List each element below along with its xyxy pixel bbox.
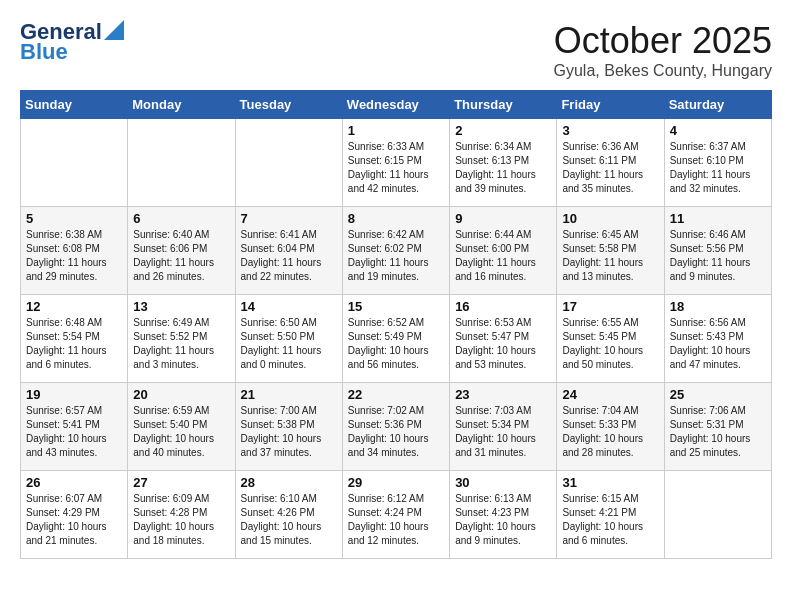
day-number: 19 [26,387,122,402]
day-number: 23 [455,387,551,402]
day-detail: Sunrise: 6:57 AMSunset: 5:41 PMDaylight:… [26,404,122,460]
day-number: 4 [670,123,766,138]
day-detail: Sunrise: 6:52 AMSunset: 5:49 PMDaylight:… [348,316,444,372]
calendar-cell: 27Sunrise: 6:09 AMSunset: 4:28 PMDayligh… [128,471,235,559]
day-number: 8 [348,211,444,226]
calendar-week-row: 1Sunrise: 6:33 AMSunset: 6:15 PMDaylight… [21,119,772,207]
calendar-cell: 11Sunrise: 6:46 AMSunset: 5:56 PMDayligh… [664,207,771,295]
day-detail: Sunrise: 6:46 AMSunset: 5:56 PMDaylight:… [670,228,766,284]
day-detail: Sunrise: 7:02 AMSunset: 5:36 PMDaylight:… [348,404,444,460]
calendar-subtitle: Gyula, Bekes County, Hungary [554,62,772,80]
day-number: 20 [133,387,229,402]
calendar-cell: 22Sunrise: 7:02 AMSunset: 5:36 PMDayligh… [342,383,449,471]
weekday-header-monday: Monday [128,91,235,119]
day-number: 9 [455,211,551,226]
day-number: 28 [241,475,337,490]
calendar-cell: 1Sunrise: 6:33 AMSunset: 6:15 PMDaylight… [342,119,449,207]
weekday-header-wednesday: Wednesday [342,91,449,119]
calendar-body: 1Sunrise: 6:33 AMSunset: 6:15 PMDaylight… [21,119,772,559]
day-number: 14 [241,299,337,314]
day-detail: Sunrise: 6:49 AMSunset: 5:52 PMDaylight:… [133,316,229,372]
day-detail: Sunrise: 6:40 AMSunset: 6:06 PMDaylight:… [133,228,229,284]
calendar-cell: 25Sunrise: 7:06 AMSunset: 5:31 PMDayligh… [664,383,771,471]
day-detail: Sunrise: 6:41 AMSunset: 6:04 PMDaylight:… [241,228,337,284]
title-block: October 2025 Gyula, Bekes County, Hungar… [554,20,772,80]
svg-marker-0 [104,20,124,40]
day-detail: Sunrise: 6:37 AMSunset: 6:10 PMDaylight:… [670,140,766,196]
calendar-week-row: 5Sunrise: 6:38 AMSunset: 6:08 PMDaylight… [21,207,772,295]
day-number: 27 [133,475,229,490]
calendar-cell [21,119,128,207]
logo-icon [104,20,124,40]
day-number: 3 [562,123,658,138]
day-number: 29 [348,475,444,490]
calendar-cell: 31Sunrise: 6:15 AMSunset: 4:21 PMDayligh… [557,471,664,559]
calendar-cell: 29Sunrise: 6:12 AMSunset: 4:24 PMDayligh… [342,471,449,559]
day-detail: Sunrise: 6:56 AMSunset: 5:43 PMDaylight:… [670,316,766,372]
day-detail: Sunrise: 6:15 AMSunset: 4:21 PMDaylight:… [562,492,658,548]
day-number: 26 [26,475,122,490]
day-detail: Sunrise: 6:50 AMSunset: 5:50 PMDaylight:… [241,316,337,372]
day-number: 1 [348,123,444,138]
weekday-header-friday: Friday [557,91,664,119]
day-detail: Sunrise: 6:59 AMSunset: 5:40 PMDaylight:… [133,404,229,460]
calendar-cell: 14Sunrise: 6:50 AMSunset: 5:50 PMDayligh… [235,295,342,383]
calendar-week-row: 12Sunrise: 6:48 AMSunset: 5:54 PMDayligh… [21,295,772,383]
calendar-cell: 30Sunrise: 6:13 AMSunset: 4:23 PMDayligh… [450,471,557,559]
calendar-cell: 5Sunrise: 6:38 AMSunset: 6:08 PMDaylight… [21,207,128,295]
day-detail: Sunrise: 6:38 AMSunset: 6:08 PMDaylight:… [26,228,122,284]
day-detail: Sunrise: 7:04 AMSunset: 5:33 PMDaylight:… [562,404,658,460]
calendar-table: SundayMondayTuesdayWednesdayThursdayFrid… [20,90,772,559]
day-detail: Sunrise: 7:03 AMSunset: 5:34 PMDaylight:… [455,404,551,460]
calendar-cell: 2Sunrise: 6:34 AMSunset: 6:13 PMDaylight… [450,119,557,207]
day-number: 31 [562,475,658,490]
calendar-cell: 3Sunrise: 6:36 AMSunset: 6:11 PMDaylight… [557,119,664,207]
weekday-header-tuesday: Tuesday [235,91,342,119]
day-detail: Sunrise: 6:33 AMSunset: 6:15 PMDaylight:… [348,140,444,196]
calendar-cell: 28Sunrise: 6:10 AMSunset: 4:26 PMDayligh… [235,471,342,559]
weekday-header-sunday: Sunday [21,91,128,119]
day-number: 12 [26,299,122,314]
day-number: 10 [562,211,658,226]
calendar-cell: 8Sunrise: 6:42 AMSunset: 6:02 PMDaylight… [342,207,449,295]
day-number: 17 [562,299,658,314]
calendar-cell: 6Sunrise: 6:40 AMSunset: 6:06 PMDaylight… [128,207,235,295]
day-detail: Sunrise: 6:53 AMSunset: 5:47 PMDaylight:… [455,316,551,372]
day-detail: Sunrise: 6:10 AMSunset: 4:26 PMDaylight:… [241,492,337,548]
calendar-cell: 17Sunrise: 6:55 AMSunset: 5:45 PMDayligh… [557,295,664,383]
calendar-cell: 7Sunrise: 6:41 AMSunset: 6:04 PMDaylight… [235,207,342,295]
day-detail: Sunrise: 6:42 AMSunset: 6:02 PMDaylight:… [348,228,444,284]
logo-blue: Blue [20,40,68,64]
day-number: 18 [670,299,766,314]
calendar-cell [128,119,235,207]
day-detail: Sunrise: 7:06 AMSunset: 5:31 PMDaylight:… [670,404,766,460]
day-number: 5 [26,211,122,226]
calendar-cell: 18Sunrise: 6:56 AMSunset: 5:43 PMDayligh… [664,295,771,383]
day-detail: Sunrise: 6:12 AMSunset: 4:24 PMDaylight:… [348,492,444,548]
calendar-cell: 15Sunrise: 6:52 AMSunset: 5:49 PMDayligh… [342,295,449,383]
day-detail: Sunrise: 6:13 AMSunset: 4:23 PMDaylight:… [455,492,551,548]
day-detail: Sunrise: 6:36 AMSunset: 6:11 PMDaylight:… [562,140,658,196]
calendar-cell: 13Sunrise: 6:49 AMSunset: 5:52 PMDayligh… [128,295,235,383]
calendar-cell: 10Sunrise: 6:45 AMSunset: 5:58 PMDayligh… [557,207,664,295]
calendar-cell: 21Sunrise: 7:00 AMSunset: 5:38 PMDayligh… [235,383,342,471]
day-detail: Sunrise: 6:55 AMSunset: 5:45 PMDaylight:… [562,316,658,372]
page-header: General Blue October 2025 Gyula, Bekes C… [20,20,772,80]
weekday-header-row: SundayMondayTuesdayWednesdayThursdayFrid… [21,91,772,119]
day-number: 25 [670,387,766,402]
calendar-cell: 23Sunrise: 7:03 AMSunset: 5:34 PMDayligh… [450,383,557,471]
calendar-cell: 20Sunrise: 6:59 AMSunset: 5:40 PMDayligh… [128,383,235,471]
day-number: 21 [241,387,337,402]
day-number: 2 [455,123,551,138]
calendar-cell [235,119,342,207]
day-detail: Sunrise: 6:45 AMSunset: 5:58 PMDaylight:… [562,228,658,284]
calendar-week-row: 26Sunrise: 6:07 AMSunset: 4:29 PMDayligh… [21,471,772,559]
day-detail: Sunrise: 6:44 AMSunset: 6:00 PMDaylight:… [455,228,551,284]
day-number: 22 [348,387,444,402]
weekday-header-saturday: Saturday [664,91,771,119]
calendar-cell: 12Sunrise: 6:48 AMSunset: 5:54 PMDayligh… [21,295,128,383]
day-number: 30 [455,475,551,490]
calendar-cell: 16Sunrise: 6:53 AMSunset: 5:47 PMDayligh… [450,295,557,383]
calendar-header: SundayMondayTuesdayWednesdayThursdayFrid… [21,91,772,119]
calendar-cell: 26Sunrise: 6:07 AMSunset: 4:29 PMDayligh… [21,471,128,559]
